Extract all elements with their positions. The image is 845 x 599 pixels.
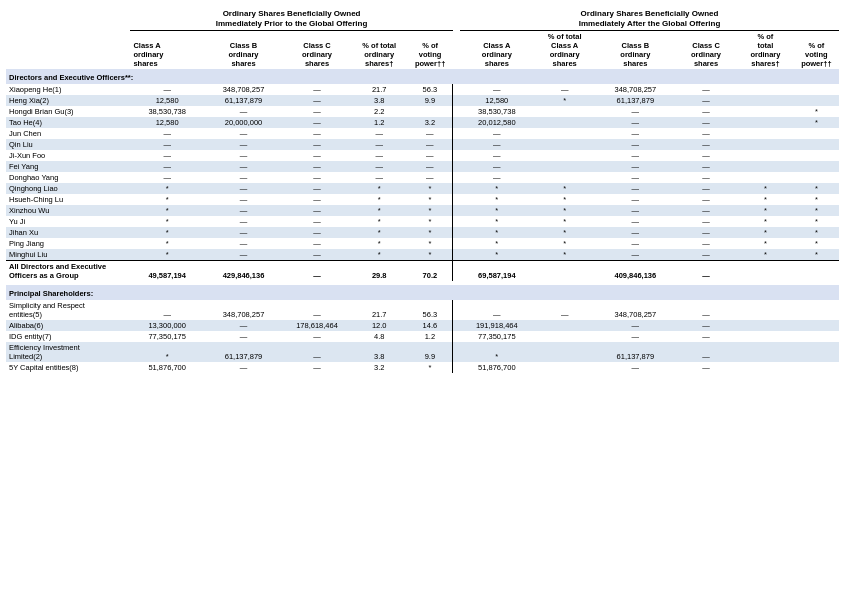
table-row: Jihan Xu*——****——** <box>6 227 839 238</box>
col-divider <box>453 331 460 342</box>
right-col-5: * <box>794 227 839 238</box>
right-col-1 <box>534 362 596 373</box>
col-class-c-right: Class Cordinaryshares <box>675 31 737 70</box>
right-col-0: 77,350,175 <box>460 331 534 342</box>
left-col-4: — <box>407 128 452 139</box>
table-row: Qin Liu———————— <box>6 139 839 150</box>
col-divider <box>453 172 460 183</box>
right-col-1: * <box>534 183 596 194</box>
right-col-2: — <box>596 320 675 331</box>
table-row: Fei Yang———————— <box>6 161 839 172</box>
left-col-1: 348,708,257 <box>204 300 283 320</box>
right-col-5 <box>794 320 839 331</box>
row-name: Xinzhou Wu <box>6 205 130 216</box>
left-col-0: — <box>130 150 204 161</box>
right-col-1 <box>534 139 596 150</box>
left-col-4: * <box>407 216 452 227</box>
right-col-3: — <box>675 194 737 205</box>
right-col-3: — <box>675 183 737 194</box>
left-col-2: — <box>283 128 351 139</box>
right-col-3: — <box>675 331 737 342</box>
right-col-1: — <box>534 300 596 320</box>
right-col-1 <box>534 128 596 139</box>
right-col-3: — <box>675 238 737 249</box>
right-col-1: * <box>534 249 596 261</box>
right-col-1: * <box>534 216 596 227</box>
right-col-5 <box>794 331 839 342</box>
col-pct-total-right: % oftotalordinaryshares† <box>737 31 794 70</box>
left-col-4: 9.9 <box>407 342 452 362</box>
row-name: Alibaba(6) <box>6 320 130 331</box>
left-col-2: — <box>283 95 351 106</box>
right-col-1 <box>534 172 596 183</box>
left-col-0: * <box>130 205 204 216</box>
right-col-4 <box>737 172 794 183</box>
left-col-0: — <box>130 300 204 320</box>
col-divider <box>453 194 460 205</box>
right-col-1 <box>534 320 596 331</box>
left-col-0: * <box>130 216 204 227</box>
left-col-4: 56.3 <box>407 84 452 95</box>
right-col-0: 20,012,580 <box>460 117 534 128</box>
left-col-1: — <box>204 362 283 373</box>
right-col-2: — <box>596 183 675 194</box>
col-divider <box>453 320 460 331</box>
row-name: All Directors and Executive Officers as … <box>6 261 130 282</box>
right-col-3: — <box>675 139 737 150</box>
right-col-3: — <box>675 172 737 183</box>
table-row: Donghao Yang———————— <box>6 172 839 183</box>
left-col-4: * <box>407 227 452 238</box>
col-divider <box>453 342 460 362</box>
left-col-3: * <box>351 194 408 205</box>
left-col-1: — <box>204 139 283 150</box>
right-col-4 <box>737 342 794 362</box>
right-col-4: * <box>737 205 794 216</box>
right-col-2: — <box>596 139 675 150</box>
right-col-2: 409,846,136 <box>596 261 675 282</box>
right-col-0: — <box>460 161 534 172</box>
right-col-3: — <box>675 261 737 282</box>
section-label-1: Principal Shareholders: <box>6 285 839 300</box>
left-col-1: 429,846,136 <box>204 261 283 282</box>
col-divider <box>453 300 460 320</box>
row-name: Xiaopeng He(1) <box>6 84 130 95</box>
right-col-1: — <box>534 84 596 95</box>
left-col-4: * <box>407 238 452 249</box>
right-col-3: — <box>675 84 737 95</box>
left-col-3: 2.2 <box>351 106 408 117</box>
left-col-2: — <box>283 216 351 227</box>
right-col-2: — <box>596 128 675 139</box>
left-col-2: — <box>283 342 351 362</box>
table-row: Heng Xia(2)12,58061,137,879—3.89.912,580… <box>6 95 839 106</box>
left-col-1: — <box>204 249 283 261</box>
right-col-5: * <box>794 183 839 194</box>
left-col-3: — <box>351 172 408 183</box>
left-col-0: 13,300,000 <box>130 320 204 331</box>
right-col-4 <box>737 362 794 373</box>
right-col-0: 51,876,700 <box>460 362 534 373</box>
right-col-4 <box>737 117 794 128</box>
right-col-0: — <box>460 150 534 161</box>
left-col-2: — <box>283 205 351 216</box>
row-name: Qinghong Liao <box>6 183 130 194</box>
row-name: Jun Chen <box>6 128 130 139</box>
right-col-5 <box>794 342 839 362</box>
left-col-0: * <box>130 183 204 194</box>
left-col-1: 20,000,000 <box>204 117 283 128</box>
left-col-0: * <box>130 342 204 362</box>
left-col-2: — <box>283 183 351 194</box>
left-col-3: 29.8 <box>351 261 408 282</box>
left-col-4: — <box>407 139 452 150</box>
left-col-1: — <box>204 205 283 216</box>
right-col-4 <box>737 106 794 117</box>
right-col-2: — <box>596 194 675 205</box>
col-divider <box>453 150 460 161</box>
left-col-3: 4.8 <box>351 331 408 342</box>
left-col-2: — <box>283 172 351 183</box>
col-pct-total-left: % of totalordinaryshares† <box>351 31 408 70</box>
row-name: Donghao Yang <box>6 172 130 183</box>
right-col-4 <box>737 128 794 139</box>
left-col-2: — <box>283 261 351 282</box>
col-class-a-right: Class Aordinaryshares <box>460 31 534 70</box>
right-col-2: — <box>596 117 675 128</box>
